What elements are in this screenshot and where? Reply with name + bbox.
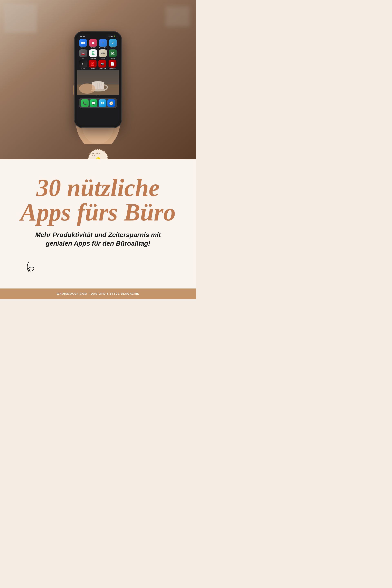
- dot-1: [96, 96, 97, 96]
- dock-mail[interactable]: ✉: [98, 99, 106, 107]
- atwork-label: atWork: [101, 58, 105, 59]
- app-grid-row1: Zoom ◆ Zenkit +: [77, 37, 119, 50]
- badge-icon: 💡: [94, 157, 102, 160]
- tour-label: Tour: [82, 58, 84, 59]
- dock-whatsapp[interactable]: 💬: [90, 99, 98, 107]
- scanner-label: Scanner&Übers...: [108, 68, 117, 70]
- swirl-decoration: [12, 256, 184, 276]
- app-mindly[interactable]: M Mindly: [109, 50, 117, 59]
- bg-decor-right: [166, 6, 190, 26]
- atwork-icon: atW: [99, 50, 107, 57]
- signal-icon: ▐▐▐: [107, 36, 110, 37]
- phone-frame: 08:42 ▐▐▐ wifi 🔋: [74, 32, 122, 128]
- mail-icon: ✉: [98, 99, 106, 107]
- subtitle-line2: genialen Apps für den Büroalltag!: [46, 240, 150, 247]
- dot-3: [99, 96, 100, 96]
- dock-safari[interactable]: 🧭: [108, 99, 115, 107]
- app-atwork[interactable]: atW atWork: [99, 50, 107, 59]
- dot-2: [98, 96, 98, 96]
- dock-phone[interactable]: 📞: [81, 99, 88, 107]
- zoom-label: Zoom: [82, 47, 85, 48]
- mindly-icon: M: [109, 50, 117, 57]
- hero-photo-section: 08:42 ▐▐▐ wifi 🔋: [0, 0, 196, 159]
- phone-call-icon: 📞: [81, 99, 88, 107]
- app-tour[interactable]: 🚗 Tour: [79, 50, 88, 59]
- acrobat-label: Acrobat: [90, 68, 95, 70]
- app-adobescan[interactable]: 📷 Adobe Scan: [98, 60, 106, 70]
- phone-hand-container: 08:42 ▐▐▐ wifi 🔋: [74, 32, 122, 128]
- svg-marker-6: [84, 42, 85, 44]
- rescuetime-icon: +: [99, 39, 107, 47]
- anydo-label: Any.do: [111, 47, 115, 48]
- footer: WHOISMOCCA.COM – DAS LIFE & STYLE BLOGAZ…: [0, 288, 196, 299]
- main-title: 30 nützliche Apps fürs Büro: [12, 176, 184, 224]
- adobescan-label: Adobe Scan: [99, 68, 106, 70]
- rescuetime-label: RescueTime: [99, 47, 106, 48]
- app-zoom[interactable]: Zoom: [79, 39, 88, 48]
- ifttt-icon: IF: [79, 60, 87, 68]
- subtitle-line1: Mehr Produktivität und Zeitersparnis mit: [35, 231, 161, 238]
- footer-text: WHOISMOCCA.COM – DAS LIFE & STYLE BLOGAZ…: [4, 292, 192, 295]
- badge-label: KARRIERE TIPPS: [88, 152, 108, 156]
- page-dots: [77, 95, 119, 97]
- app-scanner[interactable]: 📄 Scanner&Übers...: [108, 60, 117, 70]
- ifttt-label: IFTTT: [81, 68, 85, 70]
- phone-notch: [90, 34, 106, 38]
- tour-icon: 🚗: [79, 50, 87, 57]
- acrobat-icon: A: [89, 60, 96, 68]
- expensify-e-letter: E: [92, 50, 95, 56]
- app-zenkit[interactable]: ◆ Zenkit: [89, 39, 98, 48]
- whatsapp-icon: 💬: [90, 99, 98, 107]
- zenkit-label: Zenkit: [91, 47, 95, 48]
- app-grid-row2: 🚗 Tour E Expensify: [77, 50, 119, 60]
- svg-text:A: A: [92, 63, 93, 65]
- zenkit-icon: ◆: [89, 39, 97, 47]
- phone-screen: 08:42 ▐▐▐ wifi 🔋: [77, 34, 119, 125]
- coffee-cup-illustration: [77, 70, 119, 95]
- app-grid-row3: IF IFTTT A Acroba: [77, 60, 119, 70]
- karriere-tipps-badge: KARRIERE TIPPS 💡: [88, 149, 108, 159]
- expensify-icon: E: [89, 50, 97, 57]
- expensify-label: Expensify: [90, 58, 96, 59]
- app-anydo[interactable]: ✓ Any.do: [109, 39, 117, 48]
- phone-dock: 📞 💬 ✉: [78, 98, 118, 108]
- wifi-icon: wifi: [111, 36, 113, 37]
- app-expensify[interactable]: E Expensify: [89, 50, 98, 59]
- app-ifttt[interactable]: IF IFTTT: [79, 60, 87, 70]
- app-acrobat[interactable]: A Acrobat: [88, 60, 96, 70]
- svg-rect-5: [81, 42, 84, 44]
- phone-time: 08:42: [80, 35, 85, 37]
- svg-point-15: [79, 84, 95, 94]
- scanner-icon: 📄: [108, 60, 116, 68]
- subtitle: Mehr Produktivität und Zeitersparnis mit…: [12, 231, 184, 248]
- swirl-arrow-icon: [24, 258, 41, 274]
- zoom-icon: [79, 39, 87, 47]
- adobescan-icon: 📷: [98, 60, 106, 68]
- bg-decor-left: [4, 4, 37, 33]
- content-section: 30 nützliche Apps fürs Büro Mehr Produkt…: [0, 159, 196, 288]
- app-rescuetime[interactable]: + RescueTime: [99, 39, 107, 48]
- mindly-label: Mindly: [111, 58, 115, 59]
- phone-wallpaper: [77, 70, 119, 95]
- safari-icon: 🧭: [108, 99, 115, 107]
- status-icons: ▐▐▐ wifi 🔋: [107, 36, 116, 37]
- battery-icon: 🔋: [114, 36, 116, 37]
- anydo-icon: ✓: [109, 39, 117, 47]
